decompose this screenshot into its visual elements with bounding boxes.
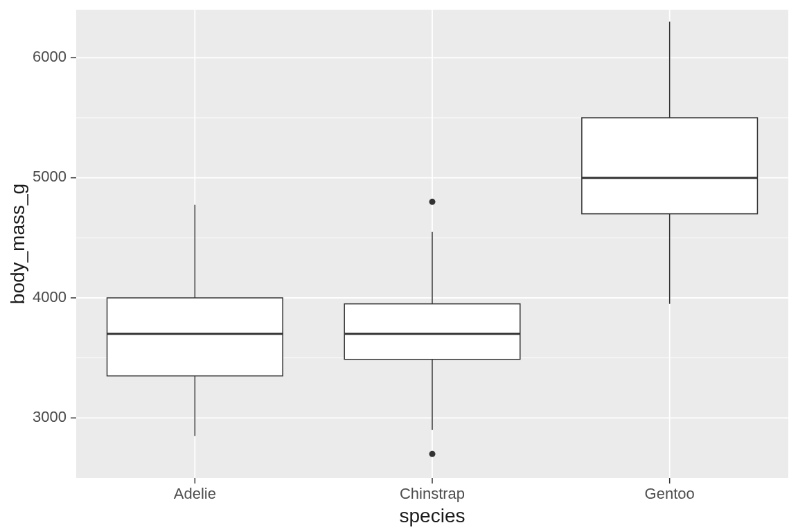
y-tick-label: 3000 xyxy=(33,408,66,425)
y-axis-title: body_mass_g xyxy=(7,184,28,304)
boxplot-chart: 3000400050006000AdelieChinstrapGentoobod… xyxy=(0,0,798,532)
outlier-point xyxy=(429,199,436,205)
y-tick-label: 5000 xyxy=(33,168,66,185)
chart-svg: 3000400050006000AdelieChinstrapGentoobod… xyxy=(0,0,798,532)
box-adelie xyxy=(107,298,283,376)
x-tick-label: Adelie xyxy=(174,485,216,502)
box-gentoo xyxy=(582,118,758,214)
x-tick-label: Chinstrap xyxy=(400,485,465,502)
y-tick-label: 6000 xyxy=(33,48,66,65)
x-axis-title: species xyxy=(400,505,466,526)
outlier-point xyxy=(429,451,436,457)
box-chinstrap xyxy=(344,304,520,360)
y-tick-label: 4000 xyxy=(33,288,66,305)
x-tick-label: Gentoo xyxy=(645,485,695,502)
